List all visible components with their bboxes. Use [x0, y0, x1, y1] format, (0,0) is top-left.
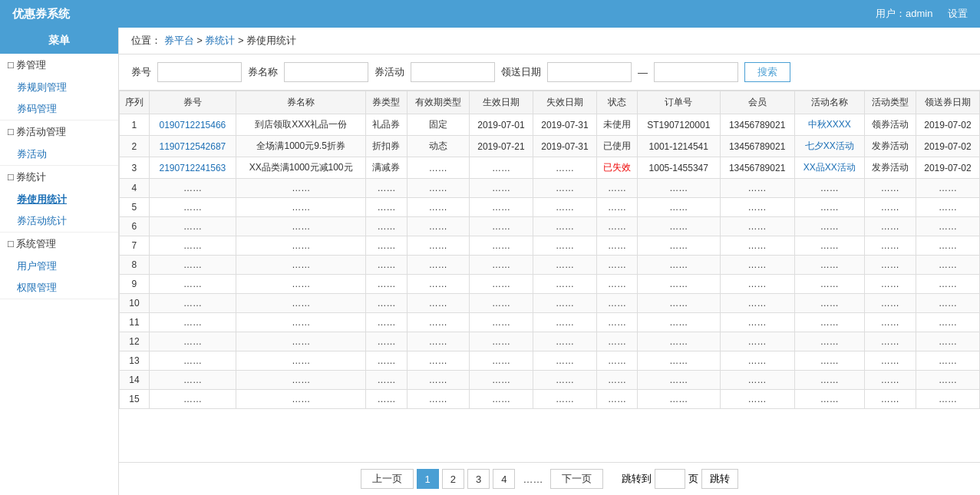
sidebar: 菜单 □ 券管理 券规则管理 券码管理 □ 券活动管理 券活动 □ 券统计 券使…	[0, 28, 119, 495]
cell-seq: 4	[120, 179, 150, 198]
cell-placeholder: ……	[469, 256, 533, 275]
breadcrumb-item-stats[interactable]: 券统计	[205, 35, 235, 46]
cell-seq: 11	[120, 313, 150, 332]
col-coupon-name: 券名称	[236, 91, 366, 114]
cell-activity-name[interactable]: 中秋XXXX	[794, 114, 864, 136]
sidebar-header: 菜单	[0, 28, 118, 54]
toggle-icon2: □	[8, 126, 14, 137]
cell-placeholder: ……	[638, 351, 720, 371]
cell-placeholder: ……	[236, 332, 366, 351]
table-row-placeholder: 12………………………………………………………………	[120, 332, 980, 351]
cell-placeholder: ……	[533, 313, 596, 332]
cell-placeholder: ……	[864, 198, 916, 217]
page-btn-3[interactable]: 3	[467, 469, 490, 489]
sidebar-item-usage-stats[interactable]: 券使用统计	[0, 189, 118, 210]
cell-placeholder: ……	[407, 217, 469, 236]
settings-link[interactable]: 设置	[948, 8, 968, 19]
table-row: 2 1190712542687 全场满1000元9.5折券 折扣券 动态 201…	[120, 136, 980, 157]
cell-placeholder: ……	[794, 371, 864, 390]
cell-placeholder: ……	[596, 313, 637, 332]
cell-placeholder: ……	[596, 275, 637, 294]
cell-status: 未使用	[596, 114, 637, 136]
date-start-input[interactable]	[547, 62, 632, 82]
page-btn-2[interactable]: 2	[442, 469, 464, 489]
cell-placeholder: ……	[407, 198, 469, 217]
cell-placeholder: ……	[638, 313, 720, 332]
cell-activity-name[interactable]: 七夕XX活动	[794, 136, 864, 157]
next-page-btn[interactable]: 下一页	[550, 469, 603, 489]
sidebar-item-activity[interactable]: 券活动	[0, 144, 118, 165]
cell-placeholder: ……	[407, 294, 469, 313]
sidebar-group-title-system[interactable]: □ 系统管理	[0, 233, 118, 256]
cell-placeholder: ……	[533, 179, 596, 198]
cell-placeholder: ……	[533, 198, 596, 217]
cell-placeholder: ……	[533, 294, 596, 313]
cell-placeholder: ……	[916, 371, 979, 390]
cell-placeholder: ……	[407, 275, 469, 294]
cell-placeholder: ……	[864, 313, 916, 332]
cell-placeholder: ……	[407, 236, 469, 256]
cell-placeholder: ……	[236, 371, 366, 390]
sidebar-group-title-activity-management[interactable]: □ 券活动管理	[0, 120, 118, 144]
sidebar-group-title-stats[interactable]: □ 券统计	[0, 166, 118, 189]
date-end-input[interactable]	[654, 62, 738, 82]
cell-start-date: 2019-07-01	[469, 114, 533, 136]
cell-seq: 7	[120, 236, 150, 256]
cell-send-date: 2019-07-02	[916, 157, 979, 179]
cell-placeholder: ……	[638, 332, 720, 351]
sidebar-item-permission[interactable]: 权限管理	[0, 277, 118, 299]
cell-activity-name[interactable]: XX品XX活动	[794, 157, 864, 179]
cell-placeholder: ……	[469, 179, 533, 198]
page-ellipsis: ……	[518, 471, 547, 487]
cell-coupon-no[interactable]: 2190712241563	[149, 157, 236, 179]
cell-placeholder: ……	[638, 275, 720, 294]
search-button[interactable]: 搜索	[744, 62, 790, 82]
page-btn-4[interactable]: 4	[493, 469, 515, 489]
cell-placeholder: ……	[533, 275, 596, 294]
table-row-placeholder: 6………………………………………………………………	[120, 217, 980, 236]
sidebar-item-activity-stats[interactable]: 券活动统计	[0, 210, 118, 232]
cell-coupon-no[interactable]: 0190712215466	[149, 114, 236, 136]
table-row-placeholder: 7………………………………………………………………	[120, 236, 980, 256]
cell-placeholder: ……	[794, 217, 864, 236]
cell-placeholder: ……	[720, 217, 794, 236]
cell-placeholder: ……	[236, 390, 366, 409]
table-row-placeholder: 9………………………………………………………………	[120, 275, 980, 294]
sidebar-item-user-management[interactable]: 用户管理	[0, 256, 118, 277]
sidebar-item-coupon-rules[interactable]: 券规则管理	[0, 77, 118, 98]
cell-placeholder: ……	[864, 371, 916, 390]
col-seq: 序列	[120, 91, 150, 114]
cell-placeholder: ……	[149, 313, 236, 332]
cell-coupon-no[interactable]: 1190712542687	[149, 136, 236, 157]
table-row-placeholder: 4………………………………………………………………	[120, 179, 980, 198]
cell-placeholder: ……	[533, 351, 596, 371]
jump-input[interactable]	[655, 469, 685, 489]
cell-placeholder: ……	[366, 351, 407, 371]
sidebar-group-title-coupon-management[interactable]: □ 券管理	[0, 54, 118, 77]
cell-placeholder: ……	[794, 294, 864, 313]
cell-seq: 14	[120, 371, 150, 390]
sidebar-item-coupon-code[interactable]: 券码管理	[0, 98, 118, 120]
page-btn-1[interactable]: 1	[417, 469, 439, 489]
cell-seq: 3	[120, 157, 150, 179]
cell-member: 13456789021	[720, 136, 794, 157]
cell-coupon-name: 到店领取XXX礼品一份	[236, 114, 366, 136]
cell-placeholder: ……	[638, 256, 720, 275]
cell-start-date: 2019-07-21	[469, 136, 533, 157]
cell-placeholder: ……	[149, 217, 236, 236]
header: 优惠券系统 用户：admin 设置	[0, 0, 980, 28]
prev-page-btn[interactable]: 上一页	[361, 469, 414, 489]
cell-placeholder: ……	[407, 313, 469, 332]
breadcrumb-item-platform[interactable]: 券平台	[164, 35, 194, 46]
activity-input[interactable]	[411, 62, 495, 82]
cell-placeholder: ……	[638, 390, 720, 409]
cell-placeholder: ……	[236, 275, 366, 294]
coupon-no-input[interactable]	[157, 62, 242, 82]
jump-button[interactable]: 跳转	[701, 469, 738, 489]
cell-placeholder: ……	[533, 371, 596, 390]
cell-placeholder: ……	[533, 217, 596, 236]
cell-placeholder: ……	[149, 198, 236, 217]
cell-placeholder: ……	[794, 236, 864, 256]
coupon-name-input[interactable]	[284, 62, 368, 82]
table-row-placeholder: 11………………………………………………………………	[120, 313, 980, 332]
